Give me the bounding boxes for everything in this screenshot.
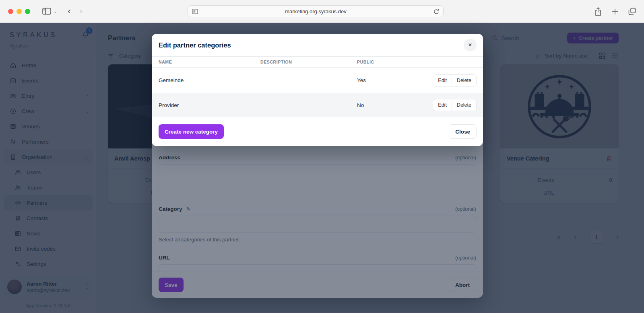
new-tab-icon[interactable] — [611, 8, 619, 15]
edit-partner-categories-modal: Edit partner categories × NAME DESCRIPTI… — [152, 34, 483, 146]
categories-table-header: NAME DESCRIPTION PUBLIC — [152, 56, 483, 68]
modal-title: Edit partner categories — [159, 41, 231, 49]
category-name: Gemeinde — [159, 77, 260, 83]
url-text[interactable]: marketing.org.syrakus.dev — [198, 8, 433, 14]
browser-toolbar: ⌄ ‹ › marketing.org.syrakus.dev — [0, 0, 644, 23]
category-row-gemeinde: Gemeinde Yes Edit Delete — [152, 68, 483, 93]
category-row-provider: Provider No Edit Delete — [152, 93, 483, 117]
close-modal-button[interactable]: × — [464, 39, 477, 51]
delete-category-button[interactable]: Delete — [452, 99, 476, 111]
sidebar-toggle-icon[interactable] — [42, 8, 51, 15]
tab-overview-icon[interactable] — [628, 8, 636, 15]
forward-button: › — [80, 6, 83, 16]
edit-category-button[interactable]: Edit — [433, 99, 452, 111]
category-public: No — [357, 102, 423, 108]
column-name: NAME — [159, 60, 260, 64]
delete-category-button[interactable]: Delete — [452, 75, 476, 86]
column-description: DESCRIPTION — [260, 60, 357, 64]
column-public: PUBLIC — [357, 60, 423, 64]
minimize-window-button[interactable] — [17, 9, 22, 14]
window-controls — [8, 9, 30, 14]
close-icon: × — [468, 41, 472, 49]
share-icon[interactable] — [594, 7, 602, 16]
create-new-category-button[interactable]: Create new category — [159, 124, 224, 139]
browser-window: ⌄ ‹ › marketing.org.syrakus.dev — [0, 0, 644, 313]
page-settings-icon[interactable] — [192, 9, 198, 14]
edit-category-button[interactable]: Edit — [433, 75, 452, 86]
address-bar[interactable]: marketing.org.syrakus.dev — [188, 5, 444, 17]
sidebar-menu-chevron-icon[interactable]: ⌄ — [54, 9, 57, 14]
back-button[interactable]: ‹ — [68, 6, 70, 16]
close-button[interactable]: Close — [449, 124, 477, 139]
close-window-button[interactable] — [8, 9, 13, 14]
category-public: Yes — [357, 77, 423, 83]
zoom-window-button[interactable] — [25, 9, 30, 14]
reload-icon[interactable] — [433, 8, 439, 14]
category-name: Provider — [159, 102, 260, 108]
